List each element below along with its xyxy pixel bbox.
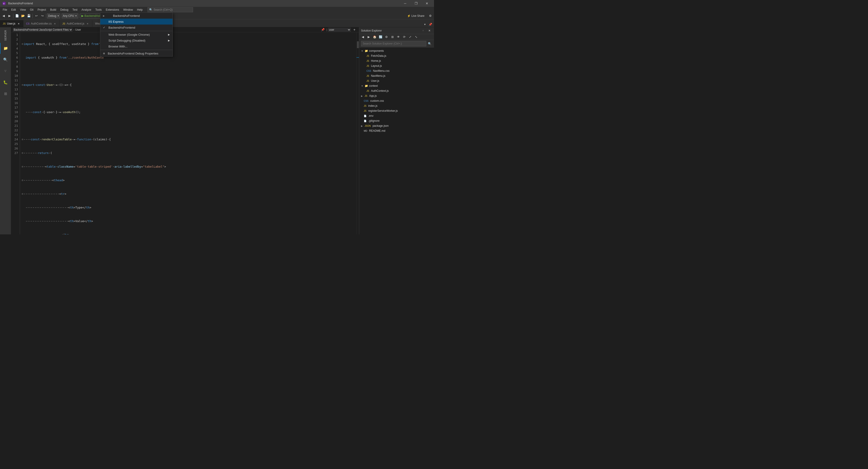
- new-file-button[interactable]: 📄: [14, 13, 20, 19]
- tab-controls: ▼ 📌: [421, 22, 434, 27]
- open-button[interactable]: 📂: [20, 13, 26, 19]
- sol-nav-fwd[interactable]: ▶: [366, 34, 371, 40]
- config-dropdown[interactable]: Debug ▼: [47, 13, 60, 19]
- menu-analyze[interactable]: Analyze: [80, 7, 93, 12]
- breadcrumb-pin[interactable]: 📌: [320, 27, 326, 32]
- vertical-scrollbar[interactable]: [356, 32, 359, 234]
- code-content[interactable]: ⊟import React, { useEffect, useState } f…: [20, 32, 356, 234]
- tree-item-app[interactable]: ▶ JS App.js: [359, 93, 434, 98]
- activity-debug-icon[interactable]: 🐛: [0, 77, 11, 88]
- settings-button[interactable]: ⚙: [428, 13, 433, 19]
- tree-item-gitignore[interactable]: 📄 .gitignore: [359, 118, 434, 123]
- menu-help[interactable]: Help: [135, 7, 145, 12]
- tree-item-readme[interactable]: MD README.md: [359, 128, 434, 133]
- tree-item-package-json[interactable]: ▶ JSON package.json: [359, 123, 434, 128]
- sol-home[interactable]: 🏠: [372, 34, 377, 40]
- sol-refresh[interactable]: 🔄: [378, 34, 383, 40]
- dropdown-item-script-debug[interactable]: Script Debugging (Disabled) ▶: [100, 37, 173, 43]
- sol-settings[interactable]: ⚙: [384, 34, 389, 40]
- tab-user-js-close[interactable]: ✕: [17, 22, 21, 26]
- tab-user-js[interactable]: JS User.js ✕: [0, 20, 23, 27]
- tree-label-navmenu-js: NavMenu.js: [371, 74, 385, 77]
- sol-nav-back[interactable]: ◀: [360, 34, 366, 40]
- dropdown-item-backend2[interactable]: ✓ BackendAsFrontend: [100, 25, 173, 30]
- back-button[interactable]: ◀: [1, 13, 6, 19]
- close-button[interactable]: ✕: [422, 0, 432, 7]
- solution-search-icon[interactable]: 🔍: [427, 41, 432, 46]
- activity-explorer-icon[interactable]: 📁: [0, 43, 11, 54]
- tree-label-user-js: User.js: [371, 79, 379, 82]
- dropdown-item-iis[interactable]: IIS Express: [100, 19, 173, 25]
- menu-edit[interactable]: Edit: [9, 7, 18, 12]
- tree-item-context[interactable]: ▼ 📁 context: [359, 83, 434, 88]
- menu-debug[interactable]: Debug: [58, 7, 70, 12]
- scrollbar-thumb[interactable]: [357, 41, 359, 48]
- tree-item-index-js[interactable]: JS index.js: [359, 103, 434, 108]
- tab-auth-controller-close[interactable]: ✕: [53, 22, 57, 26]
- tab-overflow-button[interactable]: ▼: [422, 22, 428, 27]
- breadcrumb-project-select[interactable]: BackendAsFrontend JavaScript Content Fil…: [13, 28, 72, 32]
- undo-button[interactable]: ↩: [34, 13, 39, 19]
- tree-item-env[interactable]: 📄 .env: [359, 113, 434, 118]
- platform-dropdown[interactable]: Any CPU ▼: [62, 13, 78, 19]
- solution-close-button[interactable]: ✕: [427, 28, 432, 33]
- liveshare-icon: ⚡: [407, 14, 411, 18]
- forward-button[interactable]: ▶: [7, 13, 12, 19]
- activity-search-icon[interactable]: 🔍: [0, 54, 11, 65]
- solution-pin-button[interactable]: ↑: [421, 28, 426, 33]
- dropdown-item-debug-props[interactable]: ⚙ BackendAsFrontend Debug Properties: [100, 51, 173, 56]
- tree-item-fetchdata[interactable]: JS FetchData.js: [359, 54, 434, 58]
- tab-auth-controller[interactable]: CS AuthController.cs ✕: [23, 20, 60, 27]
- menu-test[interactable]: Test: [71, 7, 79, 12]
- sol-sync[interactable]: ⟳: [402, 34, 407, 40]
- liveshare-button[interactable]: ⚡ Live Share: [405, 14, 426, 18]
- code-line-7: [22, 124, 354, 128]
- tab-auth-context[interactable]: JS AuthContext.js ✕: [60, 20, 92, 27]
- redo-button[interactable]: ↪: [39, 13, 45, 19]
- menu-tools[interactable]: Tools: [93, 7, 103, 12]
- dropdown-item-web-browser[interactable]: Web Browser (Google Chrome) ▶: [100, 32, 173, 37]
- tab-auth-context-close[interactable]: ✕: [86, 22, 89, 26]
- breadcrumb-bar: BackendAsFrontend JavaScript Content Fil…: [11, 27, 359, 32]
- menu-view[interactable]: View: [18, 7, 28, 12]
- code-editor[interactable]: 12345 678910 1112131415 1617181920 21222…: [11, 32, 359, 234]
- sol-preview[interactable]: 👁: [396, 34, 401, 40]
- tree-item-navmenu-css[interactable]: CSS NavMenu.css: [359, 68, 434, 73]
- tree-item-authcontext[interactable]: JS AuthContext.js: [359, 88, 434, 93]
- file-icon-register-sw: JS: [364, 110, 367, 112]
- dropdown-item-backend1[interactable]: ▶ BackendAsFrontend: [100, 13, 173, 19]
- add-button[interactable]: +: [352, 27, 357, 32]
- menu-window[interactable]: Window: [121, 7, 135, 12]
- activity-extensions-icon[interactable]: ⊞: [0, 88, 11, 99]
- activity-git-icon[interactable]: ⑂: [0, 66, 11, 76]
- search-box[interactable]: 🔍 Search (Ctrl+Q): [148, 7, 193, 12]
- dropdown-item-browse-with[interactable]: Browse With...: [100, 43, 173, 49]
- solution-search-input[interactable]: [361, 41, 426, 46]
- minimize-button[interactable]: ─: [400, 0, 410, 7]
- sol-collapse[interactable]: ⤡: [413, 34, 419, 40]
- tree-item-navmenu-js[interactable]: JS NavMenu.js: [359, 73, 434, 78]
- sol-filter[interactable]: ⊞: [390, 34, 395, 40]
- breadcrumb-user-dropdown[interactable]: User: [75, 28, 81, 31]
- file-icon-user-js: JS: [367, 80, 369, 82]
- tab-js-icon: JS: [3, 22, 6, 25]
- menu-extensions[interactable]: Extensions: [104, 7, 121, 12]
- user-dropdown[interactable]: user: [328, 28, 351, 32]
- menu-git[interactable]: Git: [28, 7, 35, 12]
- submenu-arrow-web: ▶: [168, 33, 170, 36]
- menu-file[interactable]: File: [1, 7, 9, 12]
- menu-project[interactable]: Project: [36, 7, 48, 12]
- tab-pin-button[interactable]: 📌: [428, 22, 433, 27]
- tree-item-layout[interactable]: JS Layout.js: [359, 63, 434, 68]
- menu-build[interactable]: Build: [49, 7, 58, 12]
- tree-item-components[interactable]: ▼ 📁 components: [359, 48, 434, 54]
- tree-item-user-js[interactable]: JS User.js: [359, 78, 434, 83]
- solution-search-bar: 🔍: [359, 40, 434, 47]
- restore-button[interactable]: ❐: [411, 0, 421, 7]
- tree-item-register-sw[interactable]: JS registerServiceWorker.js: [359, 108, 434, 113]
- save-all-button[interactable]: 💾: [26, 13, 32, 19]
- sol-expand[interactable]: ⤢: [407, 34, 413, 40]
- activity-server-icon[interactable]: SERVER: [0, 28, 11, 42]
- tree-item-custom-css[interactable]: CSS custom.css: [359, 98, 434, 103]
- tree-item-home[interactable]: JS Home.js: [359, 58, 434, 63]
